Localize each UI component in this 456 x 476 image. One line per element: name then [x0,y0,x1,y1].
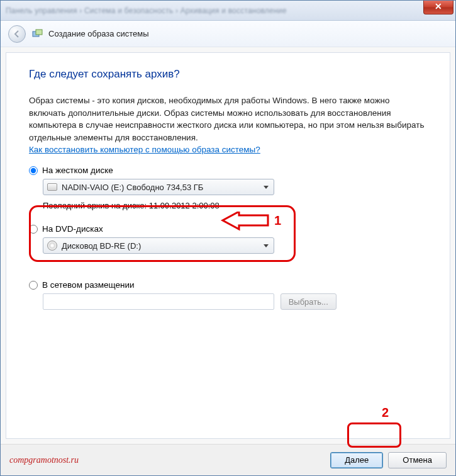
header: Создание образа системы [1,21,455,47]
radio-hdd-label: На жестком диске [42,166,113,175]
wizard-window: Панель управления › Система и безопаснос… [0,0,456,476]
radio-dvd[interactable] [29,225,38,234]
footer: compgramotnost.ru Далее Отмена [1,444,455,475]
dvd-combo-text: Дисковод BD-RE (D:) [62,241,141,251]
header-title: Создание образа системы [48,29,149,38]
option-dvd: На DVD-дисках Дисковод BD-RE (D:) [29,224,427,254]
description-text: Образ системы - это копия дисков, необхо… [29,94,427,144]
network-path-input[interactable] [43,293,274,310]
chevron-down-icon [264,186,269,189]
last-backup-info: Последний архив на диске: 11.09.2012 2:0… [43,201,427,210]
radio-dvd-label: На DVD-дисках [42,224,103,234]
system-image-icon [32,28,43,40]
browse-button[interactable]: Выбрать... [281,293,336,310]
titlebar: Панель управления › Система и безопаснос… [1,1,455,21]
dvd-icon [47,241,57,251]
content-area: Где следует сохранять архив? Образ систе… [6,52,450,439]
svg-rect-1 [36,30,42,35]
option-hdd: На жестком диске NADIN-VAIO (E:) Свободн… [29,166,427,210]
close-button[interactable]: ✕ [423,1,453,14]
option-network: В сетевом размещении Выбрать... [29,280,427,310]
hdd-combo-text: NADIN-VAIO (E:) Свободно 734,53 ГБ [62,183,203,192]
breadcrumb: Панель управления › Система и безопаснос… [6,6,287,15]
hdd-drive-select[interactable]: NADIN-VAIO (E:) Свободно 734,53 ГБ [43,179,274,195]
radio-network[interactable] [29,281,38,290]
watermark: compgramotnost.ru [9,455,79,465]
hdd-icon [47,183,57,191]
back-button[interactable] [8,25,26,43]
radio-hdd[interactable] [29,166,38,175]
help-link[interactable]: Как восстановить компьютер с помощью обр… [29,145,260,154]
next-button[interactable]: Далее [330,452,383,468]
cancel-button[interactable]: Отмена [388,452,447,468]
radio-network-label: В сетевом размещении [42,280,135,290]
page-heading: Где следует сохранять архив? [29,68,427,81]
dvd-drive-select[interactable]: Дисковод BD-RE (D:) [43,237,274,254]
chevron-down-icon [264,244,269,247]
back-arrow-icon [13,30,21,38]
